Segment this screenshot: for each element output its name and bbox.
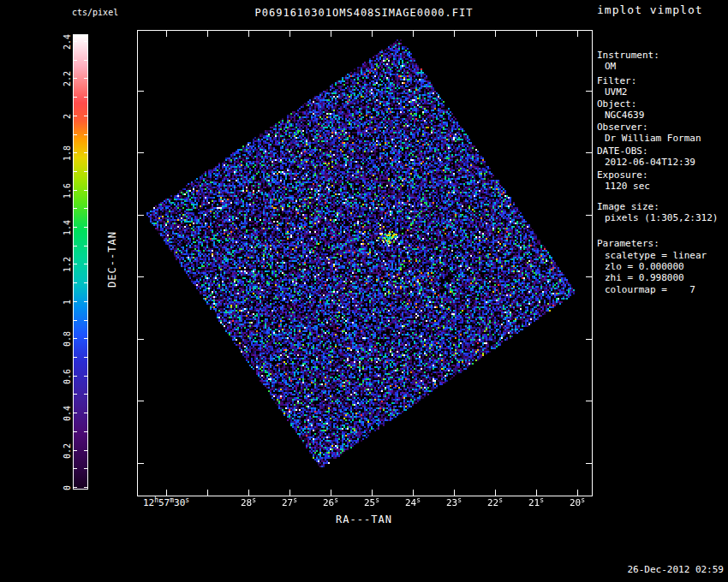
colorbar-dash	[74, 468, 77, 469]
x-axis-tick-label: 20s	[570, 497, 585, 508]
tick-label-superscript: s	[185, 496, 189, 504]
colorbar-dash	[84, 376, 87, 377]
colorbar-dash	[74, 487, 77, 488]
x-axis-tick	[536, 31, 537, 37]
filter-label: Filter:	[597, 75, 636, 86]
colorbar-dash	[74, 301, 77, 302]
x-axis-tick	[536, 490, 537, 496]
date-obs-label: DATE-OBS:	[597, 146, 648, 157]
tick-label-superscript: h	[154, 496, 158, 504]
tick-label-text: 27	[282, 497, 293, 508]
colorbar-dash	[84, 320, 87, 321]
x-axis-tick	[577, 490, 578, 496]
tick-label-superscript: m	[170, 496, 174, 504]
render-timestamp: 26-Dec-2012 02:59	[627, 564, 724, 575]
x-axis-tick	[207, 31, 208, 37]
colorbar-dash	[84, 413, 87, 413]
filter-value: UVM2	[605, 86, 628, 98]
x-axis-tick	[577, 31, 578, 37]
colorbar-dash	[84, 450, 87, 451]
x-axis-tick	[495, 31, 496, 37]
x-axis-tick	[372, 490, 373, 496]
colorbar-dash	[74, 227, 77, 228]
y-axis-tick	[586, 276, 592, 277]
colorbar-dash	[84, 338, 87, 339]
sky-image-canvas[interactable]	[138, 31, 592, 496]
tick-label-text: 23	[446, 497, 457, 508]
colorbar-dash	[74, 282, 77, 283]
tick-label-superscript: s	[457, 496, 462, 504]
colorbar-dash	[74, 394, 77, 395]
colorbar-dash	[74, 171, 77, 172]
x-axis-tick	[372, 31, 373, 37]
colorbar-dash	[84, 60, 87, 61]
tick-label-superscript: s	[498, 496, 503, 504]
colorbar-dash	[84, 152, 87, 153]
colorbar-dash	[74, 134, 77, 135]
y-axis-tick	[586, 339, 592, 340]
colorbar-tick-label: 0.2	[63, 443, 72, 459]
param-zhi: zhi = 0.998000	[605, 272, 684, 283]
param-colourmap: colourmap = 7	[605, 284, 695, 295]
colorbar-dash	[74, 41, 77, 42]
colorbar-dash	[74, 97, 77, 98]
colorbar-dash	[84, 97, 87, 98]
tick-label-text: 30	[174, 497, 185, 508]
colorbar-dash	[74, 450, 77, 451]
x-axis-tick-label: 26s	[323, 497, 338, 508]
x-axis-tick	[331, 31, 331, 37]
tick-label-text: 22	[487, 497, 498, 508]
colorbar-dash	[84, 357, 87, 358]
tick-label-text: 24	[405, 497, 416, 508]
image-title: P0691610301OMS408SIMAGE0000.FIT	[137, 7, 591, 19]
colorbar-dash	[74, 357, 77, 358]
instrument-label: Instrument:	[597, 50, 659, 61]
param-scaletype: scaletype = linear	[605, 250, 707, 261]
instrument-value: OM	[605, 61, 616, 72]
x-axis-tick-label: 23s	[446, 497, 462, 508]
tick-label-superscript: s	[293, 496, 297, 504]
colorbar-dash	[84, 208, 87, 209]
tick-label-superscript: s	[540, 496, 544, 504]
y-axis-tick	[138, 215, 144, 216]
colorbar-dash	[84, 282, 87, 283]
tick-label-superscript: s	[252, 496, 256, 504]
observer-label: Observer:	[597, 122, 648, 133]
colorbar-tick-label: 0	[63, 485, 72, 490]
colorbar-dash	[74, 264, 77, 264]
x-axis-tick-label: 28s	[241, 497, 256, 508]
x-axis-tick-label: 27s	[282, 497, 297, 508]
tick-label-text: 21	[528, 497, 540, 508]
colorbar-dash	[84, 246, 87, 246]
x-axis-tick-label: 25s	[364, 497, 379, 508]
colorbar-dash	[74, 208, 77, 209]
tick-label-text: 28	[241, 497, 252, 508]
colorbar-dash	[84, 190, 87, 191]
x-axis-tick-label: 12h57m30s	[143, 497, 189, 508]
tick-label-text: 26	[323, 497, 334, 508]
parameters-label: Parameters:	[597, 238, 659, 249]
x-axis-tick	[413, 490, 414, 496]
colorbar-dash	[84, 468, 87, 469]
y-axis-tick	[586, 91, 592, 92]
colorbar-dash	[84, 487, 87, 488]
tick-label-text: 20	[570, 497, 581, 508]
implot-window: P0691610301OMS408SIMAGE0000.FIT implot v…	[0, 0, 728, 582]
colorbar-tick-label: 2	[63, 114, 72, 119]
colorbar-tick-label: 0.8	[63, 331, 72, 347]
colorbar-tick-label: 2.4	[63, 34, 72, 50]
y-axis-tick	[586, 215, 592, 216]
x-axis-tick	[495, 490, 496, 496]
image-size-value: pixels (1:305,2:312)	[605, 212, 718, 223]
x-axis-tick	[166, 490, 167, 496]
x-axis-tick-label: 21s	[528, 497, 544, 508]
x-axis-tick	[248, 490, 249, 496]
y-axis-tick	[586, 152, 592, 153]
colorbar-dash	[84, 301, 87, 302]
tick-label-text: 25	[364, 497, 375, 508]
y-axis-title: DEC--TAN	[106, 231, 118, 288]
colorbar-dash	[74, 320, 77, 321]
observer-value: Dr William Forman	[605, 133, 701, 144]
object-label: Object:	[597, 98, 636, 110]
colorbar	[73, 34, 88, 490]
